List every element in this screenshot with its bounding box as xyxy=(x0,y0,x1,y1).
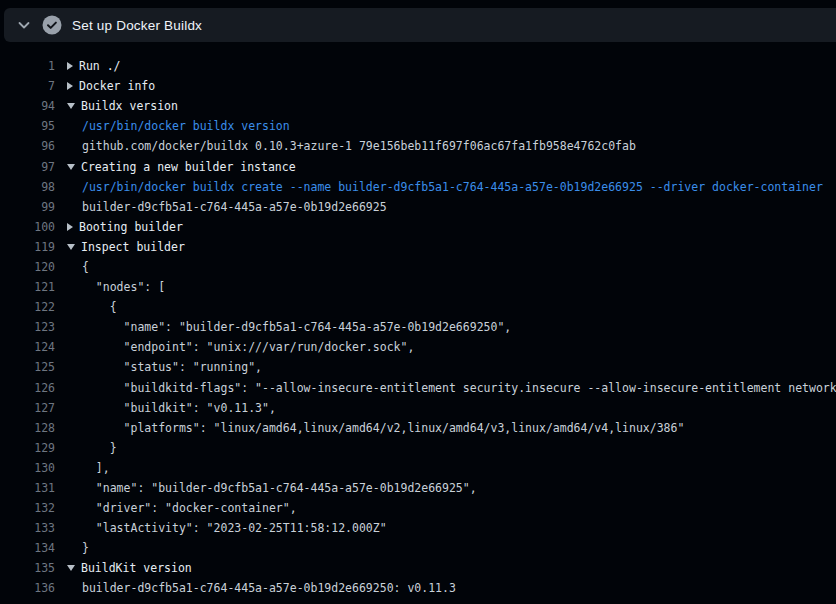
output-text: "lastActivity": "2023-02-25T11:58:12.000… xyxy=(82,521,387,535)
line-number[interactable]: 135 xyxy=(0,561,55,575)
group-title: Docker info xyxy=(79,79,155,93)
line-number[interactable]: 121 xyxy=(0,280,55,294)
line-number[interactable]: 130 xyxy=(0,461,55,475)
step-title: Set up Docker Buildx xyxy=(72,18,202,33)
output-text: "status": "running", xyxy=(82,360,262,374)
line-number[interactable]: 122 xyxy=(0,300,55,314)
log-group-toggle[interactable]: Docker info xyxy=(67,79,155,93)
line-number[interactable]: 119 xyxy=(0,240,55,254)
line-number[interactable]: 128 xyxy=(0,421,55,435)
line-number[interactable]: 99 xyxy=(0,200,55,214)
output-text: builder-d9cfb5a1-c764-445a-a57e-0b19d2e6… xyxy=(82,581,456,595)
log-line: 127 "buildkit": "v0.11.3", xyxy=(0,398,836,418)
line-number[interactable]: 134 xyxy=(0,541,55,555)
caret-right-icon xyxy=(67,82,73,90)
log-line: 134} xyxy=(0,538,836,558)
log-line: 97Creating a new builder instance xyxy=(0,156,836,176)
line-number[interactable]: 96 xyxy=(0,139,55,153)
group-title: Buildx version xyxy=(81,99,178,113)
log-group-toggle[interactable]: Inspect builder xyxy=(67,240,185,254)
caret-down-icon xyxy=(67,103,75,109)
log-body: 1Run ./7Docker info94Buildx version95/us… xyxy=(0,56,836,599)
line-number[interactable]: 133 xyxy=(0,521,55,535)
log-line: 125 "status": "running", xyxy=(0,357,836,377)
caret-down-icon xyxy=(67,164,75,170)
output-text: "name": "builder-d9cfb5a1-c764-445a-a57e… xyxy=(82,320,511,334)
line-number[interactable]: 123 xyxy=(0,320,55,334)
log-line: 124 "endpoint": "unix:///var/run/docker.… xyxy=(0,337,836,357)
chevron-down-icon[interactable] xyxy=(16,17,32,33)
output-text: "platforms": "linux/amd64,linux/amd64/v2… xyxy=(82,421,684,435)
log-line: 120{ xyxy=(0,257,836,277)
log-line: 135BuildKit version xyxy=(0,558,836,578)
group-title: BuildKit version xyxy=(81,561,192,575)
line-number[interactable]: 136 xyxy=(0,581,55,595)
step-header[interactable]: Set up Docker Buildx xyxy=(4,8,836,42)
log-line: 132 "driver": "docker-container", xyxy=(0,498,836,518)
line-number[interactable]: 7 xyxy=(0,79,55,93)
output-text: } xyxy=(82,441,117,455)
log-line: 123 "name": "builder-d9cfb5a1-c764-445a-… xyxy=(0,317,836,337)
output-text: builder-d9cfb5a1-c764-445a-a57e-0b19d2e6… xyxy=(82,200,387,214)
group-title: Run ./ xyxy=(79,59,121,73)
log-line: 128 "platforms": "linux/amd64,linux/amd6… xyxy=(0,418,836,438)
log-line: 1Run ./ xyxy=(0,56,836,76)
command-text: /usr/bin/docker buildx create --name bui… xyxy=(82,180,823,194)
caret-down-icon xyxy=(67,565,75,571)
log-line: 133 "lastActivity": "2023-02-25T11:58:12… xyxy=(0,518,836,538)
line-number[interactable]: 125 xyxy=(0,360,55,374)
actions-log-viewer: Set up Docker Buildx 1Run ./7Docker info… xyxy=(0,0,836,604)
output-text: ], xyxy=(82,461,110,475)
output-text: { xyxy=(82,300,117,314)
output-text: github.com/docker/buildx 0.10.3+azure-1 … xyxy=(82,139,636,153)
log-line: 7Docker info xyxy=(0,76,836,96)
log-line: 119Inspect builder xyxy=(0,237,836,257)
log-line: 100Booting builder xyxy=(0,217,836,237)
output-text: "buildkit": "v0.11.3", xyxy=(82,401,276,415)
command-text: /usr/bin/docker buildx version xyxy=(82,119,290,133)
log-line: 131 "name": "builder-d9cfb5a1-c764-445a-… xyxy=(0,478,836,498)
log-group-toggle[interactable]: Booting builder xyxy=(67,220,183,234)
log-line: 95/usr/bin/docker buildx version xyxy=(0,116,836,136)
log-line: 136builder-d9cfb5a1-c764-445a-a57e-0b19d… xyxy=(0,578,836,598)
log-line: 122 { xyxy=(0,297,836,317)
log-group-toggle[interactable]: BuildKit version xyxy=(67,561,192,575)
output-text: "driver": "docker-container", xyxy=(82,501,297,515)
log-line: 99builder-d9cfb5a1-c764-445a-a57e-0b19d2… xyxy=(0,197,836,217)
log-group-toggle[interactable]: Buildx version xyxy=(67,99,178,113)
line-number[interactable]: 97 xyxy=(0,160,55,174)
caret-right-icon xyxy=(67,62,73,70)
output-text: { xyxy=(82,260,89,274)
log-line: 130 ], xyxy=(0,458,836,478)
log-group-toggle[interactable]: Run ./ xyxy=(67,59,121,73)
output-text: "name": "builder-d9cfb5a1-c764-445a-a57e… xyxy=(82,481,477,495)
caret-right-icon xyxy=(67,223,73,231)
check-circle-icon xyxy=(42,15,62,35)
log-line: 94Buildx version xyxy=(0,96,836,116)
line-number[interactable]: 129 xyxy=(0,441,55,455)
line-number[interactable]: 132 xyxy=(0,501,55,515)
line-number[interactable]: 120 xyxy=(0,260,55,274)
log-line: 121 "nodes": [ xyxy=(0,277,836,297)
caret-down-icon xyxy=(67,244,75,250)
line-number[interactable]: 98 xyxy=(0,180,55,194)
group-title: Booting builder xyxy=(79,220,183,234)
output-text: "nodes": [ xyxy=(82,280,165,294)
group-title: Inspect builder xyxy=(81,240,185,254)
group-title: Creating a new builder instance xyxy=(81,160,296,174)
output-text: "buildkitd-flags": "--allow-insecure-ent… xyxy=(82,381,836,395)
line-number[interactable]: 94 xyxy=(0,99,55,113)
log-line: 129 } xyxy=(0,438,836,458)
log-line: 126 "buildkitd-flags": "--allow-insecure… xyxy=(0,378,836,398)
line-number[interactable]: 126 xyxy=(0,381,55,395)
line-number[interactable]: 95 xyxy=(0,119,55,133)
output-text: } xyxy=(82,541,89,555)
line-number[interactable]: 131 xyxy=(0,481,55,495)
line-number[interactable]: 127 xyxy=(0,401,55,415)
line-number[interactable]: 100 xyxy=(0,220,55,234)
line-number[interactable]: 1 xyxy=(0,59,55,73)
output-text: "endpoint": "unix:///var/run/docker.sock… xyxy=(82,340,414,354)
log-line: 96github.com/docker/buildx 0.10.3+azure-… xyxy=(0,136,836,156)
line-number[interactable]: 124 xyxy=(0,340,55,354)
log-group-toggle[interactable]: Creating a new builder instance xyxy=(67,160,296,174)
